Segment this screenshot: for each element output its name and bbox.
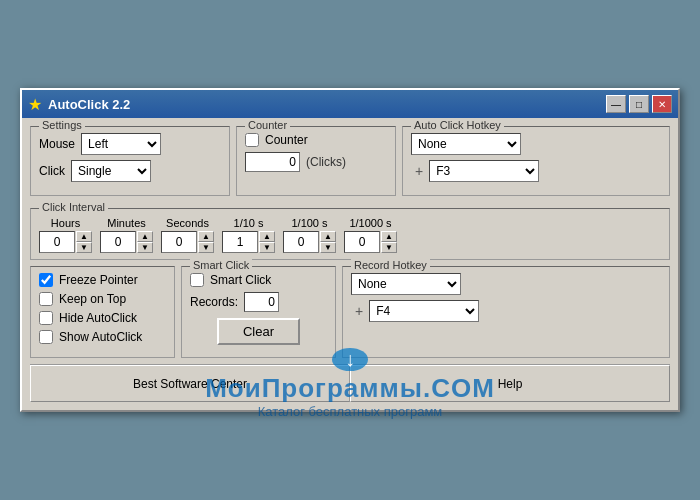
hundredth-down-btn[interactable]: ▼ <box>320 242 336 253</box>
bottom-section: Freeze Pointer Keep on Top Hide AutoClic… <box>30 266 670 364</box>
close-button[interactable]: ✕ <box>652 95 672 113</box>
seconds-input[interactable] <box>161 231 197 253</box>
hours-col: Hours ▲ ▼ <box>39 217 92 253</box>
thousandth-spinner: ▲ ▼ <box>344 231 397 253</box>
recordhotkey-key-select[interactable]: F1F2F3 F4F5F6 F7F8F9 F10F11F12 <box>369 300 479 322</box>
recordhotkey-plus: + <box>355 303 363 319</box>
hours-spinner: ▲ ▼ <box>39 231 92 253</box>
minutes-up-btn[interactable]: ▲ <box>137 231 153 242</box>
counter-checkbox-row: Counter <box>245 133 387 147</box>
thousandth-label: 1/1000 s <box>349 217 391 229</box>
mouse-select[interactable]: Left Middle Right <box>81 133 161 155</box>
showautoclick-label: Show AutoClick <box>59 330 142 344</box>
star-icon: ★ <box>28 95 42 114</box>
showautoclick-checkbox[interactable] <box>39 330 53 344</box>
tenth-spinner-btns: ▲ ▼ <box>259 231 275 253</box>
smartclick-checkbox-row: Smart Click <box>190 273 327 287</box>
recordhotkey-bottom-row: + F1F2F3 F4F5F6 F7F8F9 F10F11F12 <box>351 300 661 322</box>
thousandth-spinner-btns: ▲ ▼ <box>381 231 397 253</box>
settings-group: Settings Mouse Left Middle Right Click S… <box>30 126 230 196</box>
smartclick-checkbox[interactable] <box>190 273 204 287</box>
seconds-col: Seconds ▲ ▼ <box>161 217 214 253</box>
counter-value-row: 0 (Clicks) <box>245 152 387 172</box>
interval-group: Click Interval Hours ▲ ▼ Minutes <box>30 208 670 260</box>
seconds-spinner-btns: ▲ ▼ <box>198 231 214 253</box>
hours-input[interactable] <box>39 231 75 253</box>
interval-label: Click Interval <box>39 201 108 213</box>
clear-button[interactable]: Clear <box>217 318 300 345</box>
footer-container: Best Software Center Help ↓ МоиПрограммы… <box>30 364 670 402</box>
minutes-label: Minutes <box>107 217 146 229</box>
hotkey-label: Auto Click Hotkey <box>411 119 504 131</box>
hundredth-label: 1/100 s <box>291 217 327 229</box>
hotkey-plus: + <box>415 163 423 179</box>
settings-label: Settings <box>39 119 85 131</box>
recordhotkey-group: Record Hotkey None Ctrl Alt Shift + F1F2… <box>342 266 670 358</box>
tenth-col: 1/10 s ▲ ▼ <box>222 217 275 253</box>
interval-columns: Hours ▲ ▼ Minutes ▲ <box>39 217 661 253</box>
window-title: AutoClick 2.2 <box>48 97 130 112</box>
best-software-btn[interactable]: Best Software Center <box>30 365 350 402</box>
keepontop-row: Keep on Top <box>39 292 166 306</box>
minutes-spinner-btns: ▲ ▼ <box>137 231 153 253</box>
hotkey-top-row: None Ctrl Alt Shift <box>411 133 661 155</box>
thousandth-input[interactable] <box>344 231 380 253</box>
mouse-row: Mouse Left Middle Right <box>39 133 221 155</box>
tenth-up-btn[interactable]: ▲ <box>259 231 275 242</box>
watermark-sub: Каталог бесплатных программ <box>258 404 443 419</box>
freeze-checkbox[interactable] <box>39 273 53 287</box>
minutes-spinner: ▲ ▼ <box>100 231 153 253</box>
minutes-down-btn[interactable]: ▼ <box>137 242 153 253</box>
seconds-down-btn[interactable]: ▼ <box>198 242 214 253</box>
counter-value: 0 <box>245 152 300 172</box>
click-row: Click Single Double <box>39 160 221 182</box>
hotkey-modifier-select[interactable]: None Ctrl Alt Shift <box>411 133 521 155</box>
recordhotkey-label: Record Hotkey <box>351 259 430 271</box>
tenth-input[interactable] <box>222 231 258 253</box>
smartclick-group-label: Smart Click <box>190 259 252 271</box>
smartclick-group: Smart Click Smart Click Records: 0 Clear <box>181 266 336 358</box>
click-select[interactable]: Single Double <box>71 160 151 182</box>
minutes-input[interactable] <box>100 231 136 253</box>
hideautoclick-label: Hide AutoClick <box>59 311 137 325</box>
seconds-up-btn[interactable]: ▲ <box>198 231 214 242</box>
title-bar-left: ★ AutoClick 2.2 <box>28 95 130 114</box>
hotkey-key-select[interactable]: F1F2F3 F4F5F6 F7F8F9 F10F11F12 <box>429 160 539 182</box>
hundredth-col: 1/100 s ▲ ▼ <box>283 217 336 253</box>
top-section: Settings Mouse Left Middle Right Click S… <box>30 126 670 202</box>
tenth-down-btn[interactable]: ▼ <box>259 242 275 253</box>
hotkey-group: Auto Click Hotkey None Ctrl Alt Shift + … <box>402 126 670 196</box>
hotkey-bottom-row: + F1F2F3 F4F5F6 F7F8F9 F10F11F12 <box>411 160 661 182</box>
hundredth-up-btn[interactable]: ▲ <box>320 231 336 242</box>
help-btn[interactable]: Help <box>350 365 670 402</box>
keepontop-checkbox[interactable] <box>39 292 53 306</box>
seconds-spinner: ▲ ▼ <box>161 231 214 253</box>
keepontop-label: Keep on Top <box>59 292 126 306</box>
tenth-label: 1/10 s <box>234 217 264 229</box>
thousandth-col: 1/1000 s ▲ ▼ <box>344 217 397 253</box>
hideautoclick-checkbox[interactable] <box>39 311 53 325</box>
thousandth-up-btn[interactable]: ▲ <box>381 231 397 242</box>
hundredth-spinner-btns: ▲ ▼ <box>320 231 336 253</box>
thousandth-down-btn[interactable]: ▼ <box>381 242 397 253</box>
window-controls: — □ ✕ <box>606 95 672 113</box>
clicks-label: (Clicks) <box>306 155 346 169</box>
recordhotkey-top-row: None Ctrl Alt Shift <box>351 273 661 295</box>
hours-up-btn[interactable]: ▲ <box>76 231 92 242</box>
showautoclick-row: Show AutoClick <box>39 330 166 344</box>
freeze-label: Freeze Pointer <box>59 273 138 287</box>
seconds-label: Seconds <box>166 217 209 229</box>
counter-checkbox[interactable] <box>245 133 259 147</box>
title-bar: ★ AutoClick 2.2 — □ ✕ <box>22 90 678 118</box>
recordhotkey-modifier-select[interactable]: None Ctrl Alt Shift <box>351 273 461 295</box>
hours-spinner-btns: ▲ ▼ <box>76 231 92 253</box>
records-row: Records: 0 <box>190 292 327 312</box>
maximize-button[interactable]: □ <box>629 95 649 113</box>
records-value: 0 <box>244 292 279 312</box>
hideautoclick-row: Hide AutoClick <box>39 311 166 325</box>
smartclick-checkbox-label: Smart Click <box>210 273 271 287</box>
minimize-button[interactable]: — <box>606 95 626 113</box>
hours-down-btn[interactable]: ▼ <box>76 242 92 253</box>
records-label: Records: <box>190 295 238 309</box>
hundredth-input[interactable] <box>283 231 319 253</box>
